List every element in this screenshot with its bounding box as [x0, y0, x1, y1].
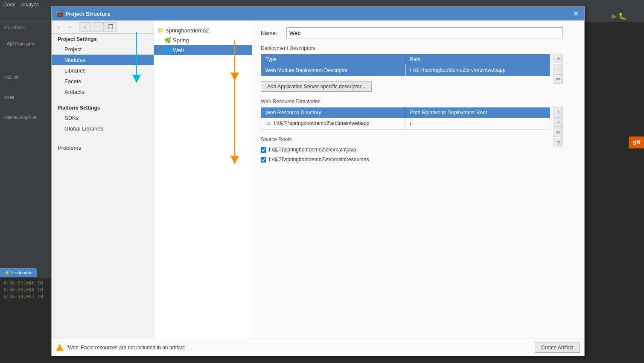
nav-item-project[interactable]: Project — [52, 44, 154, 55]
deployment-edit-btn[interactable]: ✏ — [554, 74, 563, 84]
resource-path-cell: / — [405, 118, 550, 130]
deployment-table-side-buttons: + − ✏ — [554, 54, 563, 84]
col-path: Path — [405, 54, 550, 65]
web-resource-table: Web Resource Directory Path Relative to … — [261, 107, 550, 130]
resource-dir-icon: 🗂 — [265, 120, 271, 126]
s-icon: S — [632, 139, 636, 146]
resource-remove-btn[interactable]: − — [554, 117, 563, 127]
resource-edit-btn[interactable]: ✏ — [554, 128, 563, 137]
nav-item-artifacts[interactable]: Artifacts — [52, 87, 154, 97]
deployment-descriptors-table: Type Path Web Module Deployment Descript… — [261, 54, 550, 76]
menu-code[interactable]: Code — [3, 2, 16, 8]
name-field-row: Name: — [261, 27, 563, 38]
dialog-close-button[interactable]: ✕ — [571, 9, 580, 18]
dialog-body: ← → + − ❐ Project Settings Project Modul… — [52, 20, 584, 339]
s-input-button[interactable]: S 英 — [629, 136, 644, 148]
dialog-title-text: Project Structure — [65, 11, 110, 17]
back-button[interactable]: ← — [55, 23, 64, 31]
platform-settings-header: Platform Settings — [52, 102, 154, 113]
nav-item-facets[interactable]: Facets — [52, 76, 154, 87]
tree-item-spring[interactable]: 🌿 Spring — [154, 35, 252, 45]
tree-label-spring: Spring — [173, 37, 189, 44]
row-path: I:\练习\springbootdemo2\src\main\webapp — [405, 64, 550, 76]
project-structure-dialog: 💼 Project Structure ✕ ← → + − ❐ Project … — [51, 6, 585, 356]
add-button[interactable]: + — [79, 22, 91, 32]
add-descriptor-button[interactable]: Add Application Server specific descript… — [261, 81, 372, 92]
ide-side-soles: soles — [2, 94, 50, 101]
dialog-title-icon: 💼 — [56, 10, 63, 17]
col-resource-path: Path Relative to Deployment Root — [405, 107, 550, 118]
name-input[interactable] — [286, 27, 563, 38]
resource-help-btn[interactable]: ? — [554, 138, 563, 147]
row-type: Web Module Deployment Descriptor — [261, 64, 406, 76]
source-root-1-row: I:\练习\springbootdemo2\src\main\java — [261, 145, 563, 155]
tree-item-springbootdemo2[interactable]: 📁 springbootdemo2 — [154, 26, 252, 35]
deployment-remove-btn[interactable]: − — [554, 64, 563, 73]
source-root-2-path: I:\练习\springbootdemo2\src\main\resources — [269, 156, 369, 163]
tree-item-web[interactable]: 🌐 Web — [154, 45, 252, 55]
main-content-panel: Name: Deployment Descriptors Type Path — [252, 20, 584, 339]
resource-dir-text: I:\练习\springbootdemo2\src\main\webapp — [274, 120, 369, 126]
resource-table-side-buttons: + − ✏ ? — [554, 107, 563, 147]
deployment-add-btn[interactable]: + — [554, 54, 563, 63]
col-type: Type — [261, 54, 406, 65]
folder-icon: 📁 — [157, 27, 164, 34]
ide-side-app: otdemo2Applicat — [2, 114, 50, 121]
tree-label-web: Web — [173, 47, 184, 53]
nav-item-global-libraries[interactable]: Global Libraries — [52, 123, 154, 134]
web-resource-table-container: Web Resource Directory Path Relative to … — [261, 107, 550, 130]
create-artifact-button[interactable]: Create Artifact — [535, 343, 580, 353]
copy-button[interactable]: ❐ — [105, 22, 117, 32]
source-roots-header: Source Roots — [261, 136, 563, 142]
resource-add-btn[interactable]: + — [554, 107, 563, 116]
tree-label-springbootdemo2: springbootdemo2 — [166, 27, 209, 34]
col-resource-dir: Web Resource Directory — [261, 107, 406, 118]
add-descriptor-wrapper: Add Application Server specific descript… — [261, 81, 563, 92]
nav-item-modules[interactable]: Modules — [52, 55, 154, 65]
web-icon: 🌐 — [164, 47, 171, 53]
nav-item-problems[interactable]: Problems — [52, 142, 154, 153]
spring-icon: 🌿 — [164, 37, 171, 44]
warning-message: 'Web' Facet resources are not included i… — [67, 345, 531, 351]
resource-dir-cell: 🗂 I:\练习\springbootdemo2\src\main\webapp — [261, 118, 406, 130]
endpoints-icon: ⚡ — [4, 270, 10, 275]
resource-table-row[interactable]: 🗂 I:\练习\springbootdemo2\src\main\webapp … — [261, 118, 550, 130]
nav-arrows-bar: ← → + − ❐ — [52, 20, 154, 34]
nav-item-sdks[interactable]: SDKs — [52, 113, 154, 123]
source-root-2-row: I:\练习\springbootdemo2\src\main\resources — [261, 155, 563, 165]
deployment-descriptors-table-container: Type Path Web Module Deployment Descript… — [261, 54, 550, 76]
lang-icon: 英 — [636, 139, 641, 145]
dialog-title: 💼 Project Structure — [56, 10, 110, 17]
ide-side-path: I:\练习\springbo — [2, 40, 50, 48]
source-root-1-path: I:\练习\springbootdemo2\src\main\java — [269, 146, 356, 154]
debug-icon[interactable]: 🐛 — [618, 12, 627, 20]
source-root-2-checkbox[interactable] — [261, 157, 266, 163]
name-label: Name: — [261, 30, 282, 36]
tab-endpoints[interactable]: ⚡ Endpoints — [0, 268, 37, 277]
source-root-1-checkbox[interactable] — [261, 147, 266, 153]
menu-analyze[interactable]: Analyze — [21, 2, 39, 8]
ide-run-buttons: ▶ 🐛 — [612, 9, 627, 22]
warning-triangle-icon — [56, 344, 64, 351]
deployment-descriptors-header: Deployment Descriptors — [261, 45, 563, 51]
table-row[interactable]: Web Module Deployment Descriptor I:\练习\s… — [261, 64, 550, 76]
run-icon[interactable]: ▶ — [612, 12, 617, 20]
forward-button[interactable]: → — [64, 23, 73, 31]
nav-item-libraries[interactable]: Libraries — [52, 65, 154, 76]
dialog-titlebar: 💼 Project Structure ✕ — [52, 7, 584, 20]
remove-button[interactable]: − — [92, 22, 104, 32]
web-resource-header: Web Resource Directories — [261, 99, 563, 105]
tree-panel: 📁 springbootdemo2 🌿 Spring 🌐 Web — [154, 20, 252, 339]
nav-panel: Project Settings Project Modules Librari… — [52, 34, 154, 339]
warning-bar: 'Web' Facet resources are not included i… — [52, 339, 584, 356]
left-panel: ← → + − ❐ Project Settings Project Modul… — [52, 20, 154, 339]
ide-side-breadcrumb: src › main › — [2, 24, 50, 31]
ide-side-iml: no2.iml — [2, 74, 50, 81]
project-settings-header: Project Settings — [52, 34, 154, 44]
problems-section: Problems — [52, 142, 154, 153]
